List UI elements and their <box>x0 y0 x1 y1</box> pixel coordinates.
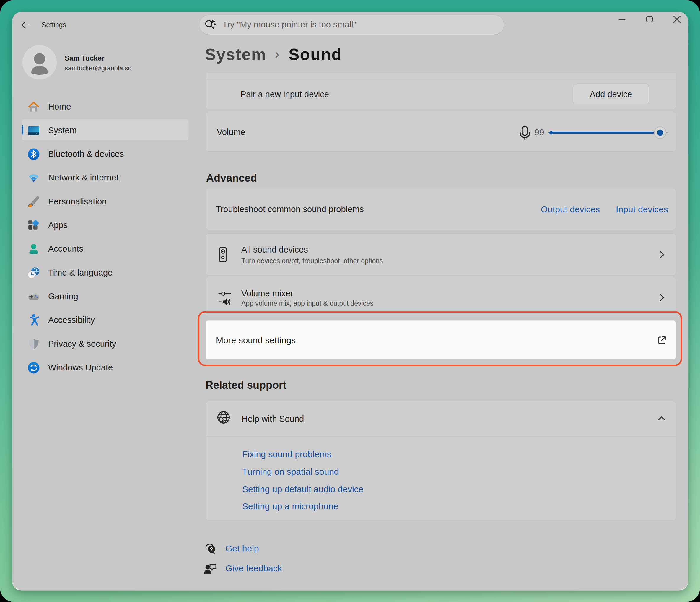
svg-text:?: ? <box>210 546 213 552</box>
